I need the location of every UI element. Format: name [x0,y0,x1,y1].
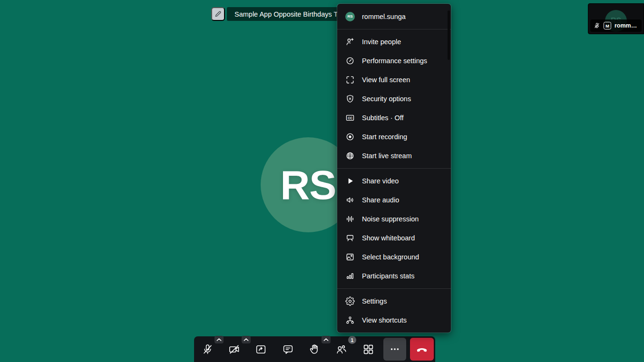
menu-item-noise-suppression[interactable]: Noise suppression [337,210,451,229]
menu-item-subtitles[interactable]: CC Subtitles · Off [337,108,451,127]
toolbar-slot-share-screen [248,336,274,362]
user-name: rommel.sunga [362,13,406,20]
menu-item-view-shortcuts[interactable]: View shortcuts [337,311,451,330]
menu-item-start-recording[interactable]: Start recording [337,127,451,146]
menu-item-label: Start recording [362,133,407,141]
share-screen-button[interactable] [250,338,273,361]
more-actions-icon [390,344,400,354]
menu-item-show-whiteboard[interactable]: Show whiteboard [337,229,451,248]
menu-item-label: Participants stats [362,272,414,280]
toolbar-slot-microphone [194,336,221,362]
menu-scrollbar[interactable] [448,10,450,60]
hangup-button[interactable] [410,338,434,361]
menu-item-security-options[interactable]: Security options [337,89,451,108]
noise-suppression-icon [345,214,355,224]
toolbar-slot-tile-view [355,336,381,362]
user-avatar-initials: RS [347,14,352,19]
menu-item-share-video[interactable]: Share video [337,171,451,191]
more-actions-menu: RS rommel.sunga Invite people Performanc… [337,4,451,333]
menu-item-label: View shortcuts [362,316,407,324]
menu-item-label: Show whiteboard [362,234,415,242]
toolbar-slot-camera [221,336,248,362]
more-actions-button[interactable] [383,338,406,361]
start-recording-icon [345,132,355,142]
menu-item-label: Share video [362,177,399,185]
participants-stats-icon [345,271,355,281]
menu-item-label: Select background [362,253,419,261]
avatar-initials: RS [280,162,336,209]
open-chat-button[interactable] [276,338,299,361]
menu-item-invite-people[interactable]: Invite people [337,32,451,51]
menu-section-1: Invite people Performance settings View … [337,29,451,168]
menu-item-label: Security options [362,95,411,103]
participants-icon [335,343,347,355]
menu-item-label: Performance settings [362,57,427,65]
menu-item-label: Noise suppression [362,215,419,223]
menu-item-label: Settings [362,297,387,305]
menu-item-label: Invite people [362,38,401,46]
menu-item-label: Start live stream [362,152,412,160]
view-full-screen-icon [345,75,355,85]
toolbar-slot-raise-hand [301,336,328,362]
menu-item-participants-stats[interactable]: Participants stats [337,267,451,286]
menu-item-label: View full screen [362,76,410,84]
toolbar-slot-chat [274,336,301,362]
settings-icon [345,296,355,306]
menu-item-settings[interactable]: Settings [337,292,451,311]
menu-item-start-live-stream[interactable]: Start live stream [337,146,451,165]
share-audio-icon [345,195,355,205]
camera-muted-icon [228,343,240,355]
hangup-icon [416,343,428,355]
view-shortcuts-icon [345,315,355,325]
performance-settings-icon [345,56,355,66]
edit-subject-button[interactable] [211,7,225,21]
menu-item-label: Subtitles · Off [362,114,404,122]
meeting-subject: Sample App Opposite Birthdays T [227,7,347,21]
menu-user-header[interactable]: RS rommel.sunga [337,4,451,29]
share-screen-icon [255,343,267,355]
menu-section-3: Settings View shortcuts [337,289,451,333]
select-background-icon [345,252,355,262]
menu-item-select-background[interactable]: Select background [337,248,451,267]
show-whiteboard-icon [345,233,355,243]
menu-item-performance-settings[interactable]: Performance settings [337,51,451,70]
toolbar-slot-participants: 1 [328,336,355,362]
menu-section-2: Share video Share audio Noise suppressio… [337,169,451,288]
menu-item-share-audio[interactable]: Share audio [337,191,451,210]
pencil-icon [215,10,222,18]
svg-text:CC: CC [348,116,352,120]
meeting-subject-text: Sample App Opposite Birthdays T [234,10,338,18]
toolbar-slot-more [381,336,408,362]
moderator-badge: M [604,22,611,29]
user-avatar: RS [345,12,355,21]
security-options-icon [345,94,355,104]
subtitles-icon: CC [345,113,355,123]
chat-icon [282,343,294,355]
thumbnail-display-name: romm… [615,22,637,29]
toolbar: 1 [194,336,435,362]
thumbnail-name-overlay: M romm… [590,19,642,32]
filmstrip-thumbnail[interactable]: RS M romm… [588,3,644,34]
toolbar-slot-hangup [409,336,435,362]
menu-item-label: Share audio [362,196,399,204]
start-live-stream-icon [345,151,355,161]
invite-people-icon [345,37,355,47]
menu-item-view-full-screen[interactable]: View full screen [337,70,451,89]
tile-view-icon [362,343,374,355]
microphone-muted-icon [594,22,600,29]
share-video-icon [345,176,355,186]
raise-hand-icon [309,343,321,355]
tile-view-button[interactable] [357,338,380,361]
microphone-muted-icon [202,343,214,355]
